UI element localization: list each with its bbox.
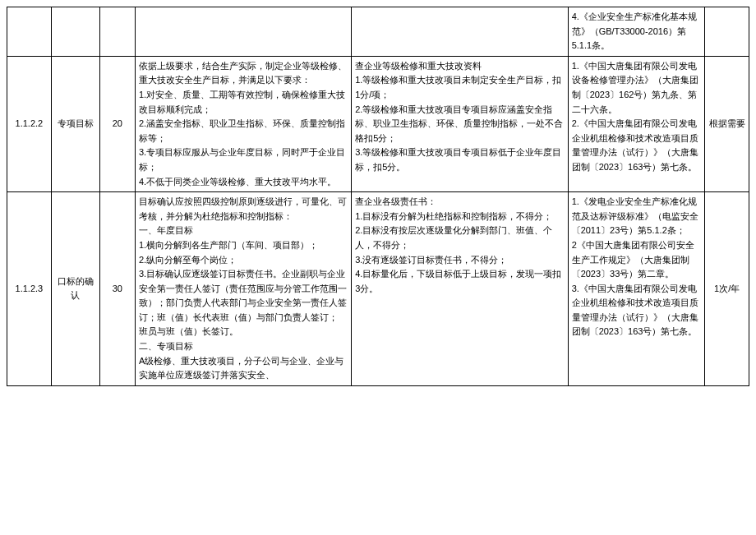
- cell-requirement: 目标确认应按照四级控制原则逐级进行，可量化、可考核，并分解为杜绝指标和控制指标：…: [135, 192, 351, 386]
- cell-code: [7, 7, 52, 57]
- cell-frequency: 1次/年: [705, 192, 749, 386]
- cell-frequency: [705, 7, 749, 57]
- cell-score: 20: [99, 56, 135, 191]
- cell-frequency: 根据需要: [705, 56, 749, 191]
- table-row: 1.1.2.2 专项目标 20 依据上级要求，结合生产实际，制定企业等级检修、重…: [7, 56, 749, 191]
- cell-code: 1.1.2.3: [7, 192, 52, 386]
- cell-name: 专项目标: [51, 56, 99, 191]
- cell-requirement: 依据上级要求，结合生产实际，制定企业等级检修、重大技改安全生产目标，并满足以下要…: [135, 56, 351, 191]
- cell-criteria: 查企业各级责任书： 1.目标没有分解为杜绝指标和控制指标，不得分； 2.目标没有…: [352, 192, 568, 386]
- cell-reference: 1.《中国大唐集团有限公司发电设备检修管理办法》（大唐集团制〔2023〕162号…: [568, 56, 705, 191]
- cell-code: 1.1.2.2: [7, 56, 52, 191]
- cell-requirement: [135, 7, 351, 57]
- table-row: 4.《企业安全生产标准化基本规范》（GB/T33000-2016）第5.1.1条…: [7, 7, 749, 57]
- cell-name: [51, 7, 99, 57]
- standards-table: 4.《企业安全生产标准化基本规范》（GB/T33000-2016）第5.1.1条…: [7, 7, 749, 386]
- cell-score: [99, 7, 135, 57]
- table-row: 1.1.2.3 口标的确认 30 目标确认应按照四级控制原则逐级进行，可量化、可…: [7, 192, 749, 386]
- cell-criteria: [352, 7, 568, 57]
- cell-name: 口标的确认: [51, 192, 99, 386]
- cell-reference: 1.《发电企业安全生产标准化规范及达标评级标准》（电监安全〔2011〕23号）第…: [568, 192, 705, 386]
- cell-reference: 4.《企业安全生产标准化基本规范》（GB/T33000-2016）第5.1.1条…: [568, 7, 705, 57]
- cell-score: 30: [99, 192, 135, 386]
- cell-criteria: 查企业等级检修和重大技改资料 1.等级检修和重大技改项目未制定安全生产目标，扣1…: [352, 56, 568, 191]
